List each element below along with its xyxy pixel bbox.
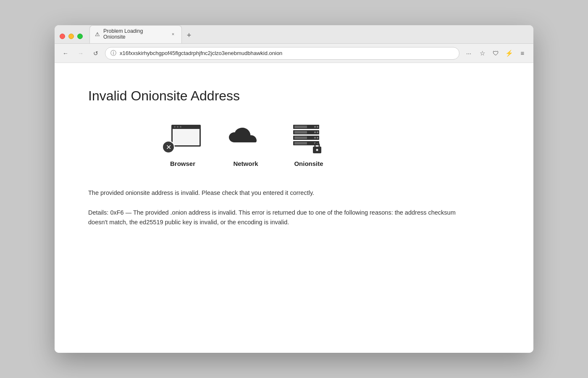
maximize-button[interactable] — [77, 34, 83, 39]
nav-right-buttons: ··· ☆ 🛡 ⚡ ≡ — [463, 47, 528, 59]
browser-icon-item: ✕ Browser — [164, 125, 202, 167]
onionsite-icon-item: Onionsite — [290, 125, 328, 167]
tab-warning-icon: ⚠ — [95, 31, 100, 37]
svg-point-22 — [316, 149, 318, 151]
svg-rect-10 — [294, 131, 307, 134]
svg-point-16 — [317, 137, 318, 139]
network-icon — [227, 125, 265, 154]
active-tab[interactable]: ⚠ Problem Loading Onionsite × — [89, 25, 182, 43]
svg-point-11 — [314, 131, 316, 133]
svg-rect-1 — [173, 129, 200, 145]
onionsite-icon — [290, 125, 328, 154]
svg-rect-14 — [294, 136, 307, 139]
browser-window: ⚠ Problem Loading Onionsite × + ← → ↺ ⓘ … — [55, 25, 533, 353]
menu-button[interactable]: ≡ — [517, 47, 528, 59]
svg-rect-18 — [294, 142, 307, 144]
tabs-area: ⚠ Problem Loading Onionsite × + — [89, 25, 528, 43]
shield-button[interactable]: 🛡 — [490, 47, 501, 59]
browser-icon-wrap: ✕ — [164, 125, 202, 154]
browser-error-badge: ✕ — [162, 141, 175, 153]
address-bar[interactable]: ⓘ x16fxxskirhybchgpof45flgctadrphjfnc2jc… — [105, 47, 459, 60]
network-label: Network — [233, 160, 258, 167]
title-bar: ⚠ Problem Loading Onionsite × + — [55, 25, 533, 44]
status-icons-row: ✕ Browser Network — [164, 125, 500, 167]
extensions-button[interactable]: ⚡ — [503, 47, 515, 59]
forward-button[interactable]: → — [75, 47, 87, 59]
onionsite-label: Onionsite — [294, 160, 323, 167]
error-description: The provided onionsite address is invali… — [88, 188, 466, 198]
svg-point-3 — [177, 126, 178, 128]
page-title: Invalid Onionsite Address — [88, 88, 500, 104]
traffic-lights — [60, 34, 83, 39]
more-button[interactable]: ··· — [463, 47, 475, 59]
tab-close-button[interactable]: × — [170, 31, 176, 37]
page-content: Invalid Onionsite Address ✕ — [55, 63, 533, 353]
security-info-icon: ⓘ — [110, 50, 116, 57]
svg-point-4 — [180, 126, 181, 128]
new-tab-button[interactable]: + — [183, 29, 195, 42]
close-button[interactable] — [60, 34, 65, 39]
url-text: x16fxxskirhybchgpof45flgctadrphjfnc2jclz… — [120, 50, 454, 56]
svg-point-8 — [317, 126, 318, 128]
bookmark-button[interactable]: ☆ — [476, 47, 488, 59]
browser-label: Browser — [170, 160, 195, 167]
svg-point-2 — [174, 126, 176, 128]
svg-rect-6 — [294, 126, 307, 128]
svg-point-15 — [314, 137, 316, 139]
minimize-button[interactable] — [68, 34, 74, 39]
svg-point-12 — [317, 131, 318, 133]
back-button[interactable]: ← — [60, 47, 71, 59]
network-icon-item: Network — [227, 125, 265, 167]
svg-point-7 — [314, 126, 316, 128]
reload-button[interactable]: ↺ — [90, 47, 102, 59]
nav-bar: ← → ↺ ⓘ x16fxxskirhybchgpof45flgctadrphj… — [55, 44, 533, 63]
error-details: Details: 0xF6 — The provided .onion addr… — [88, 208, 466, 227]
tab-title: Problem Loading Onionsite — [103, 28, 166, 40]
